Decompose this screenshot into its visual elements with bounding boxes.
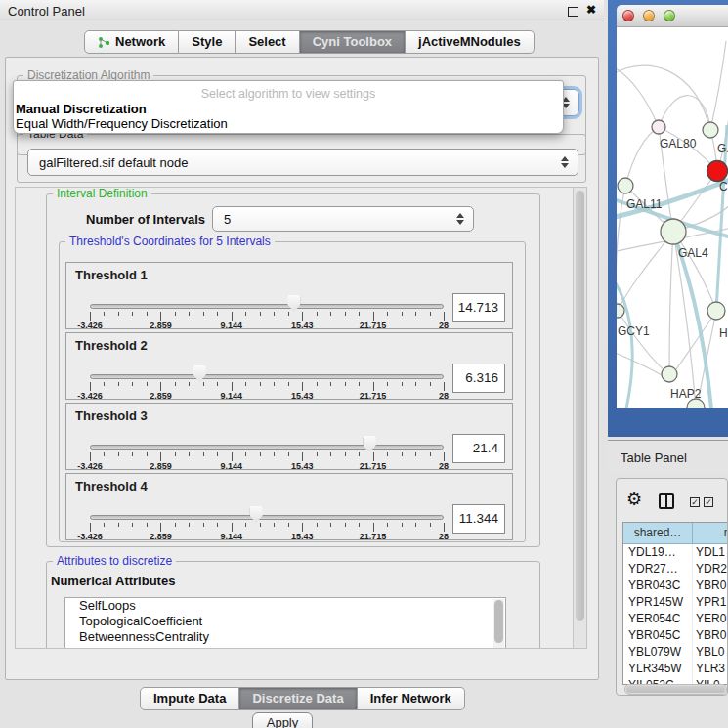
interval-definition-title: Interval Definition [53, 187, 151, 200]
checkbox-icon[interactable]: ✓ [690, 497, 700, 507]
slider-thumb[interactable] [364, 436, 376, 452]
num-intervals-label: Number of Intervals [86, 212, 205, 227]
gear-icon[interactable]: ⚙ [626, 491, 642, 508]
svg-text:GAL80: GAL80 [660, 137, 697, 150]
table-data-group: Table Data galFiltered.sif default node [17, 134, 586, 183]
algorithm-dropdown-popup: Select algorithm to view settings Manual… [13, 80, 564, 134]
tab-jactivemnodules[interactable]: jActiveMNodules [406, 30, 535, 54]
table-row[interactable]: YBR043CYBR0 [623, 578, 728, 594]
slider-thumb[interactable] [193, 365, 206, 382]
thresholds-group-title: Threshold's Coordinates for 5 Intervals [65, 235, 275, 248]
column-header-shared-name[interactable]: shared… [623, 523, 693, 544]
tab-infer-network[interactable]: Infer Network [358, 687, 465, 710]
control-panel-titlebar: Control Panel ✖ [0, 0, 604, 21]
svg-text:GAL4: GAL4 [678, 246, 708, 260]
table-row[interactable]: YBR045CYBR0 [623, 627, 728, 644]
slider-track[interactable] [90, 445, 444, 450]
list-item[interactable]: BetweennessCentrality [65, 629, 505, 645]
threshold-1-panel: Threshold 1 -3.426 2.859 9.144 15.43 21.… [65, 262, 513, 329]
cyni-toolbox-panel: Discretization Algorithm Table Data galF… [5, 57, 599, 680]
threshold-value-field[interactable]: 21.4 [452, 434, 505, 463]
combo-arrows-icon [456, 213, 464, 225]
attributes-title: Attributes to discretize [53, 554, 176, 568]
table-row[interactable]: YBL079WYBL0 [623, 644, 728, 661]
node-gal11[interactable] [618, 178, 633, 193]
attributes-group: Attributes to discretize Numerical Attri… [46, 561, 540, 649]
top-tabbar: Network Style Select Cyni Toolbox jActiv… [84, 30, 535, 54]
tab-select[interactable]: Select [236, 30, 299, 54]
bottom-tabbar: Impute Data Discretize Data Infer Networ… [140, 687, 465, 710]
svg-text:GCY1: GCY1 [618, 324, 650, 338]
table-panel-header: Table Panel [608, 440, 728, 475]
node-hap2[interactable] [662, 366, 677, 382]
column-layout-icon[interactable] [659, 493, 674, 509]
settings-scrollbar[interactable] [573, 188, 586, 648]
svg-text:G.: G. [717, 142, 728, 155]
thresholds-group: Threshold's Coordinates for 5 Intervals … [59, 241, 526, 542]
threshold-3-panel: Threshold 3 -3.426 2.859 9.144 15.43 21.… [65, 403, 513, 470]
column-header-name[interactable]: n [693, 523, 728, 544]
dropdown-hint: Select algorithm to view settings [14, 87, 563, 101]
svg-text:H: H [719, 326, 728, 340]
list-item[interactable]: SelfLoops [65, 598, 505, 614]
tab-style[interactable]: Style [179, 30, 236, 54]
table-panel-title: Table Panel [621, 450, 687, 465]
table-row[interactable]: YER054CYER0 [623, 611, 728, 627]
slider-track[interactable] [90, 304, 444, 309]
slider-track[interactable] [90, 374, 444, 379]
network-icon [98, 36, 110, 49]
apply-button[interactable]: Apply [252, 712, 313, 728]
numerical-attributes-list[interactable]: SelfLoops TopologicalCoefficient Between… [64, 597, 506, 649]
svg-text:C: C [719, 180, 728, 193]
checkbox-icon[interactable]: ✓ [704, 497, 713, 507]
slider-thumb[interactable] [287, 295, 300, 312]
close-icon[interactable]: ✖ [586, 3, 596, 17]
threshold-value-field[interactable]: 6.316 [452, 364, 505, 393]
node-gal4[interactable] [661, 219, 686, 244]
tab-network[interactable]: Network [84, 30, 179, 54]
table-data-combo[interactable]: galFiltered.sif default node [27, 149, 578, 176]
slider-thumb[interactable] [250, 506, 263, 523]
table-row[interactable]: YDL19…YDL1 [623, 544, 728, 561]
node-selected-red[interactable] [707, 161, 728, 182]
threshold-value-field[interactable]: 14.713 [452, 293, 505, 322]
svg-text:GAL11: GAL11 [626, 197, 663, 211]
tab-discretize-data[interactable]: Discretize Data [239, 687, 357, 710]
node-gal80[interactable] [652, 120, 665, 134]
combo-arrows-icon [561, 156, 569, 168]
node-gcy1[interactable] [617, 304, 624, 318]
table-header-row: shared… n [623, 523, 728, 544]
float-window-icon[interactable] [568, 7, 578, 17]
interval-definition-group: Interval Definition Number of Intervals … [46, 193, 540, 547]
table-row[interactable]: YPR145WYPR1 [623, 594, 728, 611]
slider-track[interactable] [90, 515, 444, 520]
table-panel: ⚙ ✓ ✓ shared… n YDL19…YDL1 YDR27…YDR2 YB… [616, 478, 728, 696]
threshold-2-panel: Threshold 2 -3.426 2.859 9.144 15.43 21.… [65, 332, 513, 400]
list-item[interactable]: TopologicalCoefficient [65, 614, 505, 629]
settings-scroll-viewport: Interval Definition Number of Intervals … [15, 187, 587, 649]
network-window-titlebar[interactable] [617, 5, 728, 27]
table-horizontal-scrollbar[interactable] [624, 684, 727, 695]
num-intervals-combo[interactable]: 5 [212, 206, 474, 232]
tab-impute-data[interactable]: Impute Data [140, 687, 239, 710]
node-h[interactable] [707, 302, 725, 320]
table-row[interactable]: YLR345WYLR3 [623, 661, 728, 677]
network-view-window[interactable]: GAL80 G. C GAL11 GAL4 GCY1 H HAP2 [608, 0, 728, 437]
threshold-value-field[interactable]: 11.344 [452, 504, 505, 534]
threshold-4-panel: Threshold 4 -3.426 2.859 9.144 15.43 21.… [65, 473, 513, 540]
dropdown-item-equal-width[interactable]: Equal Width/Frequency Discretization [16, 116, 228, 131]
numerical-attributes-label: Numerical Attributes [51, 574, 175, 588]
network-canvas[interactable]: GAL80 G. C GAL11 GAL4 GCY1 H HAP2 [617, 27, 728, 408]
close-traffic-light-icon[interactable] [622, 10, 634, 21]
tab-cyni-toolbox[interactable]: Cyni Toolbox [300, 30, 406, 54]
minimize-traffic-light-icon[interactable] [643, 10, 655, 21]
table-row[interactable]: YDR27…YDR2 [623, 561, 728, 578]
window-title: Control Panel [8, 4, 85, 19]
svg-text:HAP2: HAP2 [670, 387, 702, 401]
node[interactable] [703, 122, 718, 138]
node-attribute-table: shared… n YDL19…YDL1 YDR27…YDR2 YBR043CY… [622, 522, 728, 685]
zoom-traffic-light-icon[interactable] [664, 10, 675, 21]
list-scrollbar[interactable] [493, 599, 504, 649]
dropdown-item-manual[interactable]: Manual Discretization [16, 102, 147, 116]
